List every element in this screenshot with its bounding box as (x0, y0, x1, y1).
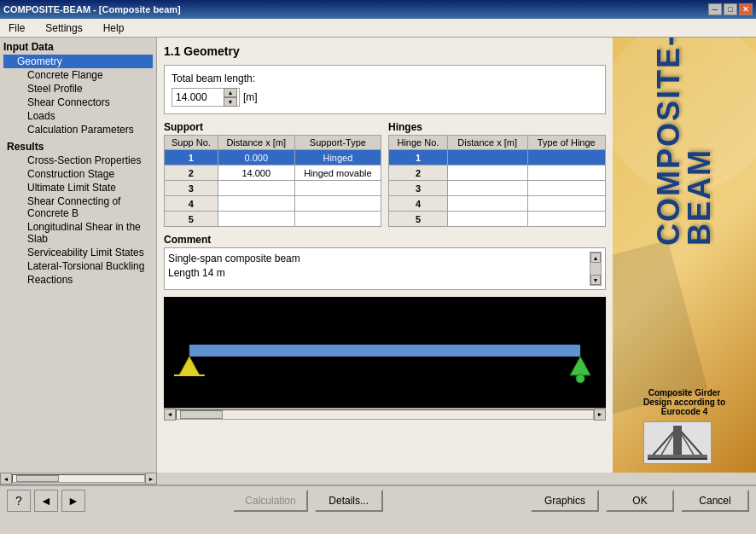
sidebar-item-calculation-parameters[interactable]: Calculation Parameters (3, 123, 153, 136)
svg-rect-0 (189, 345, 580, 357)
menu-help[interactable]: Help (98, 20, 130, 36)
forward-button[interactable]: ► (61, 490, 85, 512)
svg-rect-10 (673, 426, 682, 456)
scroll-right-button[interactable]: ► (594, 409, 606, 421)
table-row[interactable]: 2 14.000 Hinged movable (165, 165, 381, 181)
table-row[interactable]: 2 (389, 165, 606, 181)
support-row5-distance[interactable] (218, 212, 294, 227)
bridge-icon (643, 421, 712, 464)
table-row[interactable]: 4 (389, 196, 606, 212)
sidebar-item-serviceability[interactable]: Serviceability Limit States (3, 246, 153, 259)
support-table: Supp No. Distance x [m] Support-Type 1 0… (164, 135, 381, 227)
title-bar: COMPOSITE-BEAM - [Composite beam] ─ □ ✕ (0, 0, 756, 19)
help-button[interactable]: ? (7, 490, 31, 512)
maximize-button[interactable]: □ (724, 3, 737, 15)
sidebar-item-longitudinal-shear[interactable]: Longitudinal Shear in the Slab (3, 220, 153, 246)
scroll-thumb[interactable] (180, 410, 223, 419)
scroll-left-button[interactable]: ◄ (164, 409, 176, 421)
beam-length-field[interactable] (176, 91, 224, 103)
table-row[interactable]: 5 (165, 212, 381, 227)
support-row2-type[interactable]: Hinged movable (294, 165, 381, 181)
hinge-row1-num: 1 (389, 150, 448, 165)
comment-scrollbar[interactable]: ▲ ▼ (590, 252, 602, 286)
spin-down-button[interactable]: ▼ (224, 97, 237, 107)
hinge-col-type: Type of Hinge (527, 136, 605, 150)
table-row[interactable]: 3 (165, 181, 381, 196)
menu-file[interactable]: File (3, 20, 30, 36)
calculation-button[interactable]: Calculation (233, 490, 307, 512)
sidebar-scroll-left[interactable]: ◄ (0, 473, 12, 485)
scroll-up-button[interactable]: ▲ (590, 252, 601, 263)
beam-length-spin[interactable]: ▲ ▼ (172, 88, 240, 107)
support-row2-distance[interactable]: 14.000 (218, 165, 294, 181)
composite-beam-text: COMPOSITE-BEAM (654, 38, 715, 246)
sidebar-item-cross-section[interactable]: Cross-Section Properties (3, 154, 153, 167)
beam-length-group: Total beam length: ▲ ▼ [m] (164, 65, 606, 114)
support-row1-distance[interactable]: 0.000 (218, 150, 294, 165)
sidebar-item-loads[interactable]: Loads (3, 109, 153, 123)
hinge-table-label: Hinges (388, 121, 606, 133)
bottom-toolbar: ? ◄ ► Calculation Details... Graphics OK… (0, 485, 756, 515)
hinge-row3-distance[interactable] (447, 181, 527, 196)
back-button[interactable]: ◄ (34, 490, 58, 512)
beam-length-label: Total beam length: (172, 73, 598, 84)
close-button[interactable]: ✕ (739, 3, 753, 15)
sidebar-item-geometry[interactable]: Geometry (3, 55, 153, 68)
toolbar-center: Calculation Details... (233, 490, 382, 512)
support-row4-type[interactable] (294, 196, 381, 212)
tables-row: Support Supp No. Distance x [m] Support-… (164, 121, 606, 227)
hinge-row4-distance[interactable] (447, 196, 527, 212)
support-row2-num: 2 (165, 165, 218, 181)
support-row3-type[interactable] (294, 181, 381, 196)
sidebar-scrollbar: ◄ ► (0, 473, 157, 485)
sidebar-item-shear-connecting[interactable]: Shear Connecting of Concrete B (3, 194, 153, 220)
sidebar-item-ultimate-limit[interactable]: Ultimate Limit State (3, 181, 153, 194)
sidebar-scroll-right[interactable]: ► (145, 473, 157, 485)
sidebar-item-shear-connectors[interactable]: Shear Connectors (3, 96, 153, 109)
comment-section: Comment Single-span composite beamLength… (164, 234, 606, 290)
graphics-button[interactable]: Graphics (531, 490, 599, 512)
table-row[interactable]: 3 (389, 181, 606, 196)
hinge-row4-type[interactable] (527, 196, 605, 212)
svg-marker-2 (570, 357, 590, 375)
svg-marker-1 (179, 357, 200, 375)
sidebar-scroll-thumb[interactable] (16, 475, 59, 482)
section-title: 1.1 Geometry (164, 44, 606, 58)
support-row5-type[interactable] (294, 212, 381, 227)
table-row[interactable]: 1 (389, 150, 606, 165)
support-row3-distance[interactable] (218, 181, 294, 196)
scroll-track (176, 409, 594, 420)
sidebar-item-reactions[interactable]: Reactions (3, 273, 153, 287)
support-row3-num: 3 (165, 181, 218, 196)
hinge-row3-type[interactable] (527, 181, 605, 196)
table-row[interactable]: 1 0.000 Hinged (165, 150, 381, 165)
hinge-row5-distance[interactable] (447, 212, 527, 227)
hinge-row1-type[interactable] (527, 150, 605, 165)
cancel-button[interactable]: Cancel (681, 490, 749, 512)
results-label: Results (3, 140, 153, 154)
spin-up-button[interactable]: ▲ (224, 88, 237, 97)
scroll-down-button[interactable]: ▼ (590, 275, 601, 285)
sidebar-item-lateral-torsional[interactable]: Lateral-Torsional Buckling (3, 259, 153, 273)
hinge-row3-num: 3 (389, 181, 448, 196)
minimize-button[interactable]: ─ (708, 3, 722, 15)
toolbar-left: ? ◄ ► (7, 490, 85, 512)
support-row4-distance[interactable] (218, 196, 294, 212)
table-row[interactable]: 5 (389, 212, 606, 227)
table-row[interactable]: 4 (165, 196, 381, 212)
sidebar-item-concrete-flange[interactable]: Concrete Flange (3, 68, 153, 82)
details-button[interactable]: Details... (315, 490, 383, 512)
hinge-row1-distance[interactable] (447, 150, 527, 165)
hinge-row4-num: 4 (389, 196, 448, 212)
hinge-row5-type[interactable] (527, 212, 605, 227)
sidebar-item-steel-profile[interactable]: Steel Profile (3, 82, 153, 96)
hinge-row2-distance[interactable] (447, 165, 527, 181)
hinge-row2-type[interactable] (527, 165, 605, 181)
horizontal-scrollbar: ◄ ► (164, 408, 606, 420)
menu-settings[interactable]: Settings (40, 20, 87, 36)
ok-button[interactable]: OK (606, 490, 674, 512)
sidebar-item-construction-stage[interactable]: Construction Stage (3, 167, 153, 181)
support-row1-type[interactable]: Hinged (294, 150, 381, 165)
sidebar: Input Data Geometry Concrete Flange Stee… (0, 38, 157, 473)
beam-diagram (164, 297, 606, 408)
